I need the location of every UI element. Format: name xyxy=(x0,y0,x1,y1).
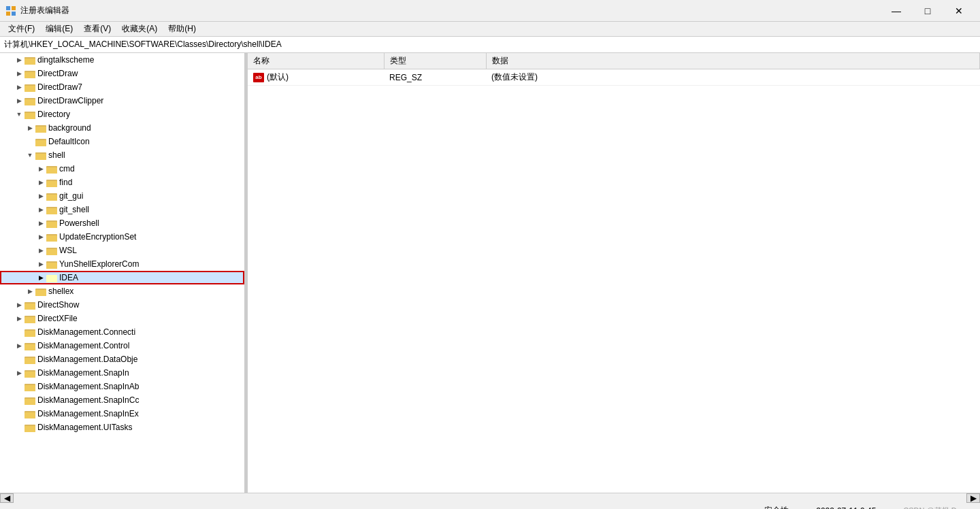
tree-item-git-shell[interactable]: ▶ git_shell xyxy=(0,203,244,216)
expander-directxfile: ▶ xyxy=(14,313,24,324)
maximize-button[interactable]: □ xyxy=(912,0,943,22)
tree-item-directdrawclipper[interactable]: ▶ DirectDrawClipper xyxy=(0,94,244,108)
menu-edit[interactable]: 编辑(E) xyxy=(40,22,78,36)
expander-updateencryption: ▶ xyxy=(35,231,46,242)
tree-item-idea[interactable]: ▶ IDEA xyxy=(0,271,244,284)
registry-row[interactable]: ab (默认) REG_SZ (数值未设置) xyxy=(248,69,980,86)
folder-icon-diskmansnapuit xyxy=(24,423,35,432)
tree-item-directdraw[interactable]: ▶ DirectDraw xyxy=(0,67,244,80)
tree-item-find[interactable]: ▶ find xyxy=(0,176,244,189)
menu-view[interactable]: 查看(V) xyxy=(78,22,116,36)
tree-label-diskmansnapab: DiskManagement.SnapInAb xyxy=(37,382,139,391)
svg-rect-44 xyxy=(24,303,35,310)
registry-name: (默认) xyxy=(267,71,289,83)
svg-rect-22 xyxy=(35,154,46,160)
tree-item-background[interactable]: ▶ background xyxy=(0,121,244,135)
folder-icon-background xyxy=(35,123,46,133)
tree-label-directory: Directory xyxy=(37,110,70,119)
tree-item-diskmansnap[interactable]: ▶ DiskManagement.SnapIn xyxy=(0,366,244,380)
svg-rect-1 xyxy=(12,6,16,10)
tree-panel[interactable]: ▶ dingtalkscheme ▶ DirectDraw ▶ DirectDr… xyxy=(0,53,245,493)
folder-icon-directxfile xyxy=(24,314,35,323)
folder-icon-diskmansnapab xyxy=(24,382,35,391)
expander-background: ▶ xyxy=(24,122,35,133)
expander-directdraw7: ▶ xyxy=(14,82,24,93)
title-bar: 注册表编辑器 — □ ✕ xyxy=(0,0,980,22)
tree-label-diskmancont: DiskManagement.Control xyxy=(37,341,129,350)
tree-item-directdraw7[interactable]: ▶ DirectDraw7 xyxy=(0,80,244,94)
tree-item-diskmansnapuit[interactable]: ▶ DiskManagement.UITasks xyxy=(0,421,244,434)
main-content: ▶ dingtalkscheme ▶ DirectDraw ▶ DirectDr… xyxy=(0,53,980,493)
folder-icon-shell xyxy=(35,150,46,160)
svg-rect-12 xyxy=(24,99,35,105)
folder-icon-shellex xyxy=(35,286,46,296)
svg-rect-26 xyxy=(46,181,57,187)
svg-rect-58 xyxy=(24,399,35,405)
svg-rect-3 xyxy=(12,12,16,16)
tree-item-wsl[interactable]: ▶ WSL xyxy=(0,244,244,257)
svg-rect-46 xyxy=(24,317,35,323)
tree-label-background: background xyxy=(48,123,91,133)
tree-label-diskmansnap: DiskManagement.SnapIn xyxy=(37,368,129,378)
status-left: 安全性 xyxy=(764,505,789,509)
folder-icon-defaulticon xyxy=(35,137,46,146)
svg-rect-15 xyxy=(24,113,35,119)
expander-dingtalk: ▶ xyxy=(14,54,24,65)
tree-item-yunshell[interactable]: ▶ YunShellExplorerCom xyxy=(0,257,244,271)
folder-icon-diskmanconn xyxy=(24,327,35,337)
col-data[interactable]: 数据 xyxy=(486,53,980,69)
col-type[interactable]: 类型 xyxy=(384,53,486,69)
tree-label-yunshell: YunShellExplorerCom xyxy=(59,259,139,269)
folder-icon-git-gui xyxy=(46,191,57,201)
bottom-scrollbar[interactable]: ◀ ▶ xyxy=(0,493,980,502)
tree-label-directdraw7: DirectDraw7 xyxy=(37,82,82,92)
tree-item-powershell[interactable]: ▶ Powershell xyxy=(0,216,244,230)
folder-icon-yunshell xyxy=(46,259,57,269)
tree-item-diskmansnapab[interactable]: ▶ DiskManagement.SnapInAb xyxy=(0,380,244,393)
minimize-button[interactable]: — xyxy=(881,0,912,22)
scroll-right-btn[interactable]: ▶ xyxy=(966,493,980,503)
tree-item-directshow[interactable]: ▶ DirectShow xyxy=(0,298,244,312)
expander-directdrawclipper: ▶ xyxy=(14,95,24,106)
menu-file[interactable]: 文件(F) xyxy=(3,22,40,36)
tree-item-git-gui[interactable]: ▶ git_gui xyxy=(0,189,244,203)
tree-item-shellex[interactable]: ▶ shellex xyxy=(0,284,244,298)
tree-item-diskmanconn[interactable]: ▶ DiskManagement.Connecti xyxy=(0,325,244,339)
expander-powershell: ▶ xyxy=(35,218,46,229)
tree-item-diskmandata[interactable]: ▶ DiskManagement.DataObje xyxy=(0,352,244,366)
svg-rect-24 xyxy=(46,167,57,174)
menu-favorites[interactable]: 收藏夹(A) xyxy=(116,22,163,36)
tree-item-defaulticon[interactable]: ▶ DefaultIcon xyxy=(0,135,244,148)
tree-item-directory[interactable]: ▼ Directory xyxy=(0,108,244,121)
svg-rect-52 xyxy=(24,358,35,364)
svg-rect-0 xyxy=(6,6,10,10)
folder-icon-cmd xyxy=(46,164,57,174)
tree-item-diskmancont[interactable]: ▶ DiskManagement.Control xyxy=(0,339,244,352)
folder-icon-dingtalk xyxy=(24,55,35,65)
tree-item-cmd[interactable]: ▶ cmd xyxy=(0,162,244,176)
col-name[interactable]: 名称 xyxy=(248,53,384,69)
tree-label-wsl: WSL xyxy=(59,246,77,255)
tree-item-shell[interactable]: ▼ shell xyxy=(0,148,244,162)
tree-item-diskmansnapcc[interactable]: ▶ DiskManagement.SnapInCc xyxy=(0,393,244,407)
scroll-track xyxy=(14,493,966,503)
tree-item-diskmansnapex[interactable]: ▶ DiskManagement.SnapInEx xyxy=(0,407,244,421)
menu-help[interactable]: 帮助(H) xyxy=(163,22,201,36)
svg-rect-62 xyxy=(24,426,35,432)
tree-item-directxfile[interactable]: ▶ DirectXFile xyxy=(0,312,244,325)
expander-idea: ▶ xyxy=(35,272,46,283)
tree-label-shell: shell xyxy=(48,150,65,160)
right-panel: 名称 类型 数据 ab (默认) REG_SZ (数值未设置) xyxy=(248,53,980,493)
tree-item-dingtalk[interactable]: ▶ dingtalkscheme xyxy=(0,53,244,67)
close-button[interactable]: ✕ xyxy=(943,0,975,22)
folder-icon-diskmansnapcc xyxy=(24,395,35,405)
svg-rect-32 xyxy=(46,222,57,228)
svg-rect-50 xyxy=(24,344,35,350)
expander-shell: ▼ xyxy=(24,150,35,161)
svg-rect-60 xyxy=(24,412,35,418)
tree-label-diskmanconn: DiskManagement.Connecti xyxy=(37,327,135,337)
watermark: CSDN @菜枫,Dasym xyxy=(903,506,975,509)
address-bar: 计算机\HKEY_LOCAL_MACHINE\SOFTWARE\Classes\… xyxy=(0,37,980,53)
tree-item-updateencryption[interactable]: ▶ UpdateEncryptionSet xyxy=(0,230,244,244)
scroll-left-btn[interactable]: ◀ xyxy=(0,493,14,503)
